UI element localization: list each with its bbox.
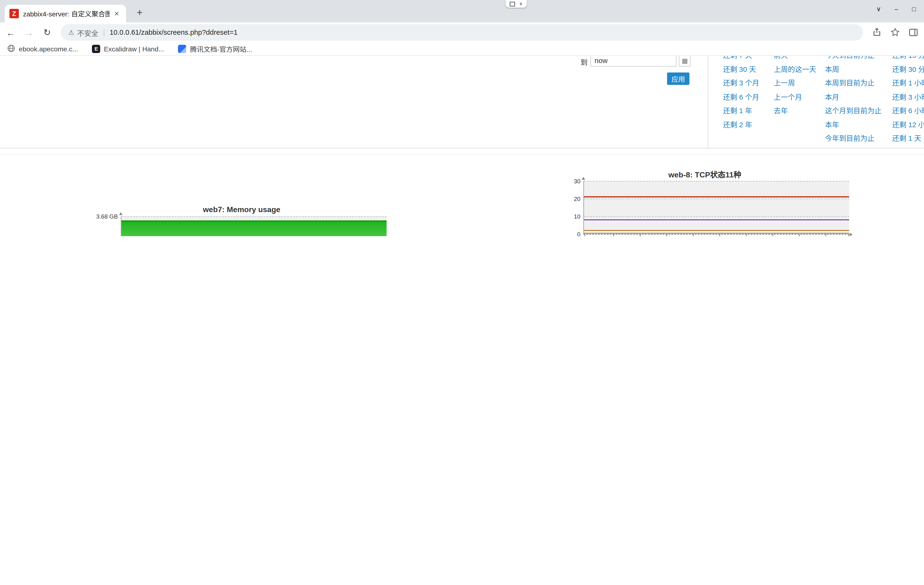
screen-top-border — [0, 154, 924, 155]
time-range-link[interactable]: 还剩 7 天 — [723, 56, 759, 63]
y-axis-label: 30 — [551, 178, 581, 184]
time-to-input[interactable] — [591, 56, 676, 66]
time-quick-column: 还剩 7 天还剩 30 天还剩 3 个月还剩 6 个月还剩 1 年还剩 2 年 — [723, 56, 759, 132]
minimize-icon[interactable]: – — [888, 2, 905, 16]
share-icon[interactable] — [869, 25, 884, 40]
time-range-link[interactable]: 还剩 2 年 — [723, 118, 759, 132]
to-label: 到 — [581, 56, 587, 66]
chart-plot-area[interactable] — [584, 181, 849, 235]
time-range-link[interactable]: 还剩 12 小时 — [892, 118, 924, 132]
tencent-docs-icon — [178, 45, 186, 53]
time-range-link[interactable]: 还剩 15 分钟 — [892, 56, 924, 63]
y-axis-label: 3.68 GB — [89, 213, 118, 220]
x-tick-mark — [849, 235, 849, 236]
time-range-link[interactable]: 去年 — [774, 104, 816, 118]
browser-tab[interactable]: Z zabbix4-server: 自定义聚合图形 × — [5, 5, 126, 22]
memory-area-fill — [122, 221, 387, 236]
url-text: 10.0.0.61/zabbix/screens.php?ddreset=1 — [110, 28, 238, 36]
time-range-link[interactable]: 前天 — [774, 56, 816, 63]
bookmark-item-excalidraw[interactable]: E Excalidraw | Hand... — [92, 45, 164, 53]
restore-icon[interactable] — [510, 2, 515, 6]
tab-title: zabbix4-server: 自定义聚合图形 — [23, 9, 110, 18]
url-separator: | — [103, 28, 105, 36]
time-range-link[interactable]: 今天到目前为止 — [825, 56, 882, 63]
time-quick-column: 前天上周的这一天上一周上一个月去年 — [774, 56, 816, 118]
x-tick-mark — [693, 235, 693, 236]
time-quick-column: 还剩 15 分钟还剩 30 分钟还剩 1 小时还剩 3 小时还剩 6 小时还剩 … — [892, 56, 924, 146]
time-range-link[interactable]: 上周的这一天 — [774, 63, 816, 76]
x-tick-mark — [746, 235, 746, 236]
time-range-link[interactable]: 还剩 30 天 — [723, 63, 759, 76]
x-tick-mark — [640, 235, 640, 236]
y-axis-label: 20 — [551, 196, 581, 202]
time-range-link[interactable]: 还剩 1 年 — [723, 104, 759, 118]
browser-toolbar: ← → ↻ ⚠ 不安全 | 10.0.0.61/zabbix/screens.p… — [0, 22, 924, 42]
security-label: 不安全 — [77, 27, 98, 37]
forward-button[interactable]: → — [21, 25, 36, 40]
time-range-link[interactable]: 今年到目前为止 — [825, 132, 882, 146]
time-range-link[interactable]: 上一个月 — [774, 90, 816, 104]
time-range-link[interactable]: 还剩 3 小时 — [892, 90, 924, 104]
bookmark-item-tencent-docs[interactable]: 腾讯文档-官方网站... — [178, 44, 252, 54]
page-content: 到 ▦ 应用 还剩 7 天还剩 30 天还剩 3 个月还剩 6 个月还剩 1 年… — [0, 56, 924, 236]
x-tick-mark — [614, 235, 614, 236]
axis-arrow-right-icon — [850, 233, 853, 236]
time-range-link[interactable]: 还剩 1 天 — [892, 132, 924, 146]
series-lines — [584, 181, 849, 234]
time-range-link[interactable]: 本月 — [825, 90, 882, 104]
window-chevron-down-icon[interactable]: ∨ — [870, 2, 888, 16]
window-controls: ∨ – □ — [870, 2, 923, 16]
chevron-down-icon[interactable]: ∨ — [519, 2, 523, 6]
maximize-icon[interactable]: □ — [905, 2, 923, 16]
time-range-link[interactable]: 本周到目前为止 — [825, 76, 882, 90]
globe-icon — [7, 44, 15, 54]
time-range-link[interactable]: 本周 — [825, 63, 882, 76]
reload-button[interactable]: ↻ — [40, 25, 55, 40]
x-tick-mark — [584, 235, 585, 236]
time-range-link[interactable]: 还剩 1 小时 — [892, 76, 924, 90]
side-panel-icon[interactable] — [906, 25, 921, 40]
x-tick-mark — [825, 235, 826, 236]
filter-divider — [708, 56, 708, 148]
zabbix-favicon: Z — [10, 9, 19, 18]
bookmark-label: Excalidraw | Hand... — [104, 45, 164, 53]
x-tick-mark — [772, 235, 773, 236]
x-tick-mark — [799, 235, 799, 236]
excalidraw-icon: E — [92, 45, 101, 53]
filter-bottom-border — [0, 148, 924, 149]
chart-title: web7: Memory usage — [147, 205, 336, 214]
bookmark-item-ebook[interactable]: ebook.apecome.c... — [7, 44, 78, 54]
calendar-icon: ▦ — [682, 57, 688, 64]
bookmark-label: ebook.apecome.c... — [19, 45, 78, 53]
chart-title: web-8: TCP状态11种 — [610, 169, 799, 180]
calendar-button[interactable]: ▦ — [679, 56, 691, 66]
window-float-controls[interactable]: ∨ — [505, 0, 527, 8]
axis-arrow-up-icon — [582, 177, 585, 180]
address-bar[interactable]: ⚠ 不安全 | 10.0.0.61/zabbix/screens.php?ddr… — [61, 24, 863, 41]
back-button[interactable]: ← — [3, 25, 18, 40]
time-range-link[interactable]: 还剩 6 小时 — [892, 104, 924, 118]
bookmark-label: 腾讯文档-官方网站... — [190, 44, 252, 54]
time-range-link[interactable]: 还剩 30 分钟 — [892, 63, 924, 76]
time-range-link[interactable]: 还剩 6 个月 — [723, 90, 759, 104]
chart-plot-area[interactable] — [121, 216, 387, 236]
tab-strip: Z zabbix4-server: 自定义聚合图形 × + ∨ ∨ – □ — [0, 0, 924, 22]
time-range-link[interactable]: 上一周 — [774, 76, 816, 90]
browser-window: Z zabbix4-server: 自定义聚合图形 × + ∨ ∨ – □ ← … — [0, 0, 924, 236]
x-tick-mark — [667, 235, 667, 236]
bookmarks-bar: ebook.apecome.c... E Excalidraw | Hand..… — [0, 42, 924, 56]
new-tab-button[interactable]: + — [133, 7, 146, 20]
not-secure-icon: ⚠ — [68, 28, 74, 36]
time-range-link[interactable]: 这个月到目前为止 — [825, 104, 882, 118]
gridline — [122, 216, 387, 217]
y-axis-label: 0 — [551, 231, 581, 236]
time-quick-column: 今天到目前为止本周本周到目前为止本月这个月到目前为止本年今年到目前为止 — [825, 56, 882, 146]
time-range-link[interactable]: 本年 — [825, 118, 882, 132]
axis-arrow-up-icon — [119, 212, 123, 215]
y-axis-label: 10 — [551, 213, 581, 220]
bookmark-star-icon[interactable] — [888, 25, 903, 40]
apply-button[interactable]: 应用 — [667, 73, 689, 85]
tab-close-icon[interactable]: × — [112, 9, 122, 18]
time-range-link[interactable]: 还剩 3 个月 — [723, 76, 759, 90]
x-tick-mark — [719, 235, 720, 236]
